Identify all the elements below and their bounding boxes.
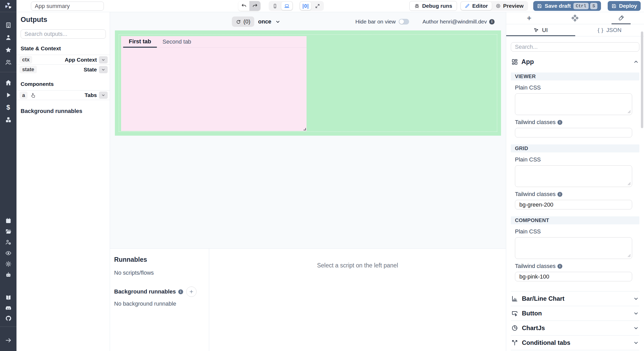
tabs-component-header: First tab Second tab [121,36,307,48]
tab-first[interactable]: First tab [123,36,157,48]
sidebar-item-ai[interactable] [0,269,16,280]
ui-subtab[interactable]: UI [506,24,575,36]
app-grid-background[interactable]: First tab Second tab [115,30,501,136]
canvas-align-group: |0| [299,1,324,11]
tailwind-info-icon[interactable]: i [557,192,562,197]
app-canvas[interactable]: (0) once Hide bar on view Author henri@w… [110,12,506,248]
sidebar-item-audit[interactable] [0,248,16,258]
preview-tab[interactable]: Preview [492,2,527,10]
expand-style-row-button[interactable] [633,340,639,346]
mobile-view-button[interactable] [269,2,281,10]
sidebar-item-runs[interactable] [0,89,16,101]
sidebar-item-docs[interactable] [0,292,16,303]
pie-chart-icon [511,325,518,331]
sidebar-item-workers[interactable] [0,237,16,248]
desktop-view-button[interactable] [281,2,292,10]
styling-search-input[interactable] [511,42,639,52]
sidebar-item-user[interactable] [0,31,16,44]
component-settings-tab[interactable] [552,12,598,24]
resize-grip-icon[interactable] [628,254,631,257]
grid-tailwind-input[interactable] [515,200,632,209]
workspace-rail: $ [0,0,16,351]
ui-subtab-label: UI [542,27,548,34]
layout-dashboard-icon [511,59,518,65]
json-subtab[interactable]: { } JSON [575,24,644,36]
outputs-search-input[interactable] [21,29,106,39]
sidebar-item-resources[interactable] [0,113,16,126]
viewer-plain-css-input[interactable] [515,93,632,115]
undo-button[interactable] [238,1,249,11]
scrollbar-thumb[interactable] [641,31,643,128]
expand-style-row-button[interactable] [633,296,639,301]
global-styling-tab[interactable] [598,12,644,24]
sidebar-item-schedules[interactable] [0,215,16,226]
chevron-down-icon [101,58,105,62]
sidebar-item-folders[interactable] [0,226,16,237]
style-row-bar-line-chart[interactable]: Bar/Line Chart [511,291,639,306]
output-row-ctx[interactable]: ctx App Context [16,55,110,64]
resize-grip-icon[interactable] [628,182,631,185]
grid-plain-css-input[interactable] [515,165,632,187]
content-row: Outputs State & Context ctx App Context … [16,12,644,351]
tab-second[interactable]: Second tab [157,36,197,47]
refresh-mode-select[interactable]: once [256,17,283,27]
select-script-hint: Select a script on the left panel [317,262,398,269]
refresh-count-button[interactable]: (0) [232,17,254,27]
style-row-container[interactable]: Container [511,350,639,351]
refresh-icon [236,19,241,25]
component-plain-css-input[interactable] [515,237,632,259]
center-align-button[interactable]: |0| [300,2,311,10]
debug-runs-button[interactable]: Debug runs [409,1,457,11]
style-row-button[interactable]: Button [511,306,639,321]
sidebar-item-discord[interactable] [0,303,16,313]
bar-chart-icon [511,295,518,302]
tabs-component[interactable]: First tab Second tab [121,36,307,131]
save-draft-button[interactable]: Save draft Ctrl S [533,1,601,11]
add-background-runnable-button[interactable] [186,287,197,297]
tailwind-info-icon[interactable]: i [557,264,562,269]
output-row-component-a[interactable]: a Tabs [16,90,110,100]
hide-bar-toggle[interactable] [399,19,409,25]
phone-icon [272,3,278,9]
redo-button[interactable] [249,1,260,11]
tailwind-info-icon[interactable]: i [557,120,562,125]
expand-ctx-button[interactable] [99,56,108,63]
sidebar-item-groups[interactable] [0,56,16,68]
refresh-mode-value: once [258,18,271,25]
styling-scroll-area[interactable]: App VIEWER Plain CSS [506,36,644,351]
editor-tab[interactable]: Editor [461,2,492,10]
app-summary-input[interactable] [31,2,104,11]
no-scripts-label: No scripts/flows [114,270,209,276]
sidebar-item-settings[interactable] [0,258,16,269]
output-row-state[interactable]: state State [16,64,110,74]
sidebar-item-variables[interactable]: $ [0,101,16,113]
app-section-header[interactable]: App [511,58,639,66]
sidebar-item-home[interactable] [0,76,16,89]
collapse-app-section-button[interactable] [633,59,639,65]
deploy-button[interactable]: Deploy [608,1,641,11]
resize-grip-icon[interactable] [628,110,631,113]
rail-group-links [0,292,16,323]
arrow-right-icon [5,337,12,344]
style-row-conditional-tabs[interactable]: Conditional tabs [511,335,639,350]
sidebar-item-favorites[interactable] [0,44,16,56]
expand-style-row-button[interactable] [633,325,639,331]
component-tailwind-input[interactable] [515,272,632,281]
canvas-toolbar-right: Hide bar on view Author henri@windmill.d… [355,17,495,27]
style-row-chartjs[interactable]: ChartJs [511,321,639,335]
background-runnables-info-icon[interactable]: i [178,289,183,294]
expand-canvas-button[interactable] [312,2,323,10]
expand-state-button[interactable] [99,66,108,73]
components-heading: Components [21,81,106,87]
expand-style-row-button[interactable] [633,311,639,316]
settings-panel: + [506,12,644,351]
sidebar-collapse-button[interactable] [0,334,16,346]
sidebar-item-workspace[interactable] [0,19,16,31]
viewer-tailwind-input[interactable] [515,128,632,137]
sidebar-item-github[interactable] [0,313,16,323]
windmill-logo[interactable] [0,0,16,12]
expand-component-button[interactable] [99,92,108,99]
insert-component-tab[interactable]: + [506,12,552,24]
author-info-icon[interactable]: i [489,19,495,25]
resize-handle[interactable] [303,127,306,131]
